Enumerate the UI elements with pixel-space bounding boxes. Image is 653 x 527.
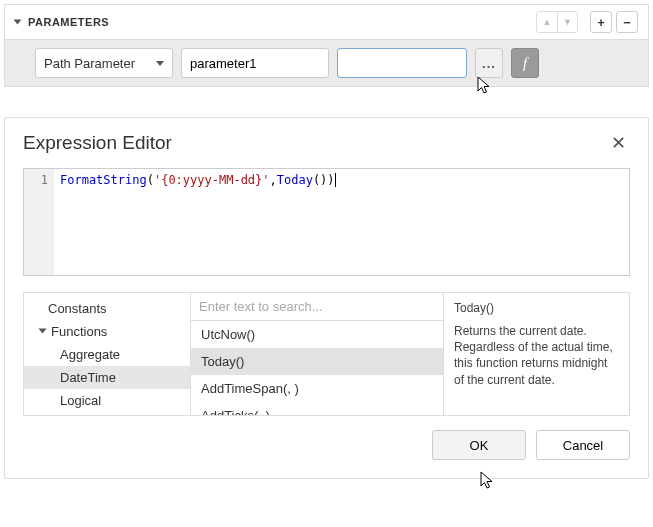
parameter-type-dropdown[interactable]: Path Parameter xyxy=(35,48,173,78)
code-token: , xyxy=(270,173,277,187)
parameter-row: Path Parameter ... f xyxy=(5,40,648,86)
parameter-type-label: Path Parameter xyxy=(44,56,156,71)
code-token: Today xyxy=(277,173,313,187)
description-title: Today() xyxy=(454,301,619,315)
dialog-buttons: OK Cancel xyxy=(23,430,630,460)
code-token: () xyxy=(313,173,327,187)
tree-item-aggregate[interactable]: Aggregate xyxy=(24,343,190,366)
function-item-addticks[interactable]: AddTicks(, ) xyxy=(191,402,443,415)
function-item-addtimespan[interactable]: AddTimeSpan(, ) xyxy=(191,375,443,402)
dialog-header: Expression Editor ✕ xyxy=(23,132,630,154)
tree-item-logical[interactable]: Logical xyxy=(24,389,190,412)
description-panel: Today() Returns the current date. Regard… xyxy=(444,292,630,416)
nav-down-button[interactable]: ▼ xyxy=(557,12,577,32)
search-input[interactable] xyxy=(191,293,443,321)
function-item-today[interactable]: Today() xyxy=(191,348,443,375)
chevron-down-icon xyxy=(156,61,164,66)
code-token: '{0:yyyy-MM-dd}' xyxy=(154,173,270,187)
cancel-button[interactable]: Cancel xyxy=(536,430,630,460)
code-body[interactable]: FormatString('{0:yyyy-MM-dd}',Today()) xyxy=(54,169,342,275)
tree-item-datetime[interactable]: DateTime xyxy=(24,366,190,389)
function-item-utcnow[interactable]: UtcNow() xyxy=(191,321,443,348)
ok-button[interactable]: OK xyxy=(432,430,526,460)
function-list: UtcNow() Today() AddTimeSpan(, ) AddTick… xyxy=(191,321,443,415)
code-token: FormatString xyxy=(60,173,147,187)
parameters-title: PARAMETERS xyxy=(28,16,536,28)
code-token: ( xyxy=(147,173,154,187)
ellipsis-button[interactable]: ... xyxy=(475,48,503,78)
parameters-panel: PARAMETERS ▲ ▼ + − Path Parameter ... f xyxy=(4,4,649,87)
parameters-header: PARAMETERS ▲ ▼ + − xyxy=(5,5,648,40)
parameters-toolbar: ▲ ▼ + − xyxy=(536,11,638,33)
parameter-name-input[interactable] xyxy=(181,48,329,78)
add-parameter-button[interactable]: + xyxy=(590,11,612,33)
function-list-column: UtcNow() Today() AddTimeSpan(, ) AddTick… xyxy=(191,292,444,416)
parameter-value-input[interactable] xyxy=(337,48,467,78)
remove-parameter-button[interactable]: − xyxy=(616,11,638,33)
category-tree: Constants Functions Aggregate DateTime L… xyxy=(23,292,191,416)
line-gutter: 1 xyxy=(24,169,54,275)
dialog-title: Expression Editor xyxy=(23,132,607,154)
line-number: 1 xyxy=(24,173,48,187)
close-icon[interactable]: ✕ xyxy=(607,132,630,154)
function-browser: Constants Functions Aggregate DateTime L… xyxy=(23,292,630,416)
expression-editor-dialog: Expression Editor ✕ 1 FormatString('{0:y… xyxy=(4,117,649,479)
expression-button[interactable]: f xyxy=(511,48,539,78)
code-token: ) xyxy=(327,173,334,187)
description-body: Returns the current date. Regardless of … xyxy=(454,323,619,388)
code-editor[interactable]: 1 FormatString('{0:yyyy-MM-dd}',Today()) xyxy=(23,168,630,276)
tree-item-functions[interactable]: Functions xyxy=(24,320,190,343)
text-caret xyxy=(335,173,336,187)
tree-item-constants[interactable]: Constants xyxy=(24,297,190,320)
nav-buttons: ▲ ▼ xyxy=(536,11,578,33)
chevron-down-icon[interactable] xyxy=(14,20,22,25)
nav-up-button[interactable]: ▲ xyxy=(537,12,557,32)
